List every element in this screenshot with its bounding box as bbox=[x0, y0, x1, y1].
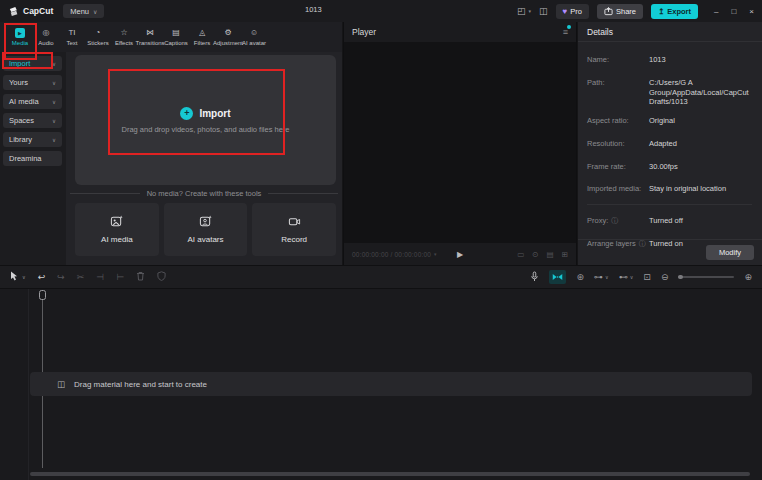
select-tool-caret-icon[interactable]: ∨ bbox=[22, 274, 26, 280]
media-content: + Import Drag and drop videos, photos, a… bbox=[66, 52, 342, 265]
preview-axis-icon[interactable]: ⊡ bbox=[643, 273, 651, 282]
export-icon: ↥ bbox=[658, 7, 664, 16]
undo-icon[interactable]: ↩ bbox=[38, 273, 46, 282]
import-dropzone[interactable]: + Import Drag and drop videos, photos, a… bbox=[75, 55, 336, 185]
zoom-in-icon[interactable]: ⊕ bbox=[744, 273, 752, 282]
export-button[interactable]: ↥ Export bbox=[651, 4, 698, 19]
import-hint: Drag and drop videos, photos, and audio … bbox=[121, 125, 289, 134]
menu-button[interactable]: Menu ∨ bbox=[63, 4, 104, 18]
sidebar-item-import[interactable]: Import ∨ bbox=[3, 56, 62, 71]
playhead-handle[interactable] bbox=[39, 290, 46, 300]
tab-transitions[interactable]: ⋈ Transitions bbox=[137, 22, 163, 52]
maximize-icon[interactable]: □ bbox=[731, 7, 736, 16]
timecode-caret-icon[interactable]: ▾ bbox=[434, 251, 437, 257]
record-card[interactable]: Record bbox=[252, 203, 336, 256]
ai-media-card[interactable]: AI media bbox=[75, 203, 159, 256]
panel-toggle-icon[interactable]: ◫ bbox=[539, 7, 548, 16]
ai-media-icon bbox=[110, 215, 123, 228]
split-icon[interactable]: ✂ bbox=[77, 273, 85, 282]
detail-row-aspect-ratio: Aspect ratio: Original bbox=[587, 116, 752, 126]
details-divider bbox=[587, 204, 752, 205]
info-icon[interactable]: ⓘ bbox=[611, 216, 618, 225]
tab-effects[interactable]: ☆ Effects bbox=[111, 22, 137, 52]
details-rows: Name: 1013 Path: C:/Users/G A Group/AppD… bbox=[578, 42, 762, 249]
captions-icon: ▤ bbox=[172, 28, 180, 38]
timeline-toolbar-left: ∨ ↩ ↪ ✂ ⊣ ⊢ bbox=[0, 271, 166, 283]
delete-icon[interactable] bbox=[136, 271, 145, 283]
player-controls: 00:00:00:00 / 00:00:00:00 ▾ ▶ ▭ ⊙ ▤ ⊞ bbox=[344, 243, 576, 265]
track-drop-placeholder[interactable]: ◫ Drag material here and start to create bbox=[30, 372, 752, 396]
timeline-zoom-slider[interactable] bbox=[678, 276, 734, 278]
linkage-caret-icon[interactable]: ∨ bbox=[605, 274, 609, 280]
layout-switch-icon[interactable]: ◰ bbox=[517, 7, 526, 16]
stickers-icon: ◔ bbox=[96, 28, 101, 38]
fullscreen-icon[interactable]: ⊞ bbox=[562, 250, 568, 259]
minimize-icon[interactable]: – bbox=[714, 7, 718, 16]
select-tool-icon[interactable] bbox=[10, 271, 18, 283]
tab-media[interactable]: ▶ Media bbox=[7, 22, 33, 52]
sidebar-item-library[interactable]: Library ∨ bbox=[3, 132, 62, 147]
redo-icon[interactable]: ↪ bbox=[57, 273, 65, 282]
chevron-down-icon: ∨ bbox=[52, 99, 56, 105]
tab-audio[interactable]: ◎ Audio bbox=[33, 22, 59, 52]
share-button[interactable]: Share bbox=[597, 4, 643, 19]
close-icon[interactable]: × bbox=[749, 7, 754, 16]
delete-right-icon[interactable]: ⊢ bbox=[116, 273, 124, 282]
record-camera-icon bbox=[288, 215, 301, 228]
delete-left-icon[interactable]: ⊣ bbox=[96, 273, 104, 282]
pro-button[interactable]: ♥ Pro bbox=[556, 4, 589, 19]
ai-avatars-icon bbox=[199, 215, 212, 228]
media-panel: ▶ Media ◎ Audio TI Text ◔ Stickers ☆ Eff… bbox=[0, 22, 342, 265]
player-controls-icons: ▭ ⊙ ▤ ⊞ bbox=[517, 250, 568, 259]
zoom-out-icon[interactable]: ⊖ bbox=[661, 273, 669, 282]
modify-bar: Modify bbox=[578, 239, 762, 265]
sidebar-item-spaces[interactable]: Spaces ∨ bbox=[3, 113, 62, 128]
zoom-slider-handle[interactable] bbox=[678, 275, 683, 279]
play-button[interactable]: ▶ bbox=[457, 250, 463, 259]
tab-text[interactable]: TI Text bbox=[59, 22, 85, 52]
chevron-down-icon: ∨ bbox=[52, 118, 56, 124]
linkage-icon[interactable]: ⊶ bbox=[594, 273, 603, 282]
player-menu-button[interactable]: ≡ bbox=[563, 27, 568, 37]
media-sidebar: Import ∨ Yours ∨ AI media ∨ Spaces ∨ Lib… bbox=[0, 52, 66, 265]
capcut-logo: CapCut bbox=[0, 6, 53, 17]
project-title: 1013 bbox=[305, 5, 322, 14]
mask-icon[interactable] bbox=[157, 271, 166, 283]
export-label: Export bbox=[667, 7, 691, 16]
pro-heart-icon: ♥ bbox=[563, 7, 568, 16]
tab-ai-avatar[interactable]: ☺ AI avatar bbox=[241, 22, 267, 52]
voiceover-mic-icon[interactable] bbox=[530, 271, 539, 284]
snapping-caret-icon[interactable]: ∨ bbox=[630, 274, 634, 280]
titlebar-right-cluster: ◰ ▾ ◫ ♥ Pro Share ↥ Export – □ × bbox=[517, 0, 762, 22]
pro-label: Pro bbox=[570, 7, 582, 16]
horizontal-scrollbar[interactable] bbox=[30, 472, 750, 476]
auto-preview-icon[interactable]: ⊛ bbox=[576, 273, 584, 282]
plus-icon: + bbox=[180, 107, 193, 120]
details-title: Details bbox=[587, 27, 613, 37]
layout-caret-icon[interactable]: ▾ bbox=[529, 8, 532, 14]
detail-row-path: Path: C:/Users/G A Group/AppData/Local/C… bbox=[587, 78, 752, 107]
sidebar-item-dreamina[interactable]: Dreamina bbox=[3, 151, 62, 166]
tab-stickers[interactable]: ◔ Stickers bbox=[85, 22, 111, 52]
sidebar-item-yours[interactable]: Yours ∨ bbox=[3, 75, 62, 90]
timeline-toolbar: ∨ ↩ ↪ ✂ ⊣ ⊢ bbox=[0, 265, 762, 289]
main-track-magnet-toggle[interactable] bbox=[549, 270, 566, 284]
timeline-area[interactable]: ◫ Drag material here and start to create bbox=[0, 289, 762, 480]
snapping-icon[interactable]: ⊷ bbox=[619, 273, 628, 282]
no-media-text: No media? Create with these tools bbox=[147, 189, 262, 198]
menu-label: Menu bbox=[70, 7, 89, 16]
ratio-icon[interactable]: ▭ bbox=[517, 250, 524, 259]
ai-avatars-card[interactable]: AI avatars bbox=[164, 203, 248, 256]
detail-row-frame-rate: Frame rate: 30.00fps bbox=[587, 162, 752, 172]
sidebar-item-ai-media[interactable]: AI media ∨ bbox=[3, 94, 62, 109]
magnet-icon bbox=[552, 273, 563, 281]
chevron-down-icon: ∨ bbox=[52, 137, 56, 143]
tab-captions[interactable]: ▤ Captions bbox=[163, 22, 189, 52]
details-header: Details bbox=[578, 22, 762, 42]
focus-icon[interactable]: ⊙ bbox=[532, 250, 538, 259]
tab-adjustment[interactable]: ⚙ Adjustment bbox=[215, 22, 241, 52]
tab-filters[interactable]: ◬ Filters bbox=[189, 22, 215, 52]
timeline-toolbar-right: ⊛ ⊶ ∨ ⊷ ∨ ⊡ ⊖ ⊕ bbox=[530, 270, 752, 284]
modify-button[interactable]: Modify bbox=[706, 245, 754, 260]
quality-icon[interactable]: ▤ bbox=[547, 250, 554, 259]
